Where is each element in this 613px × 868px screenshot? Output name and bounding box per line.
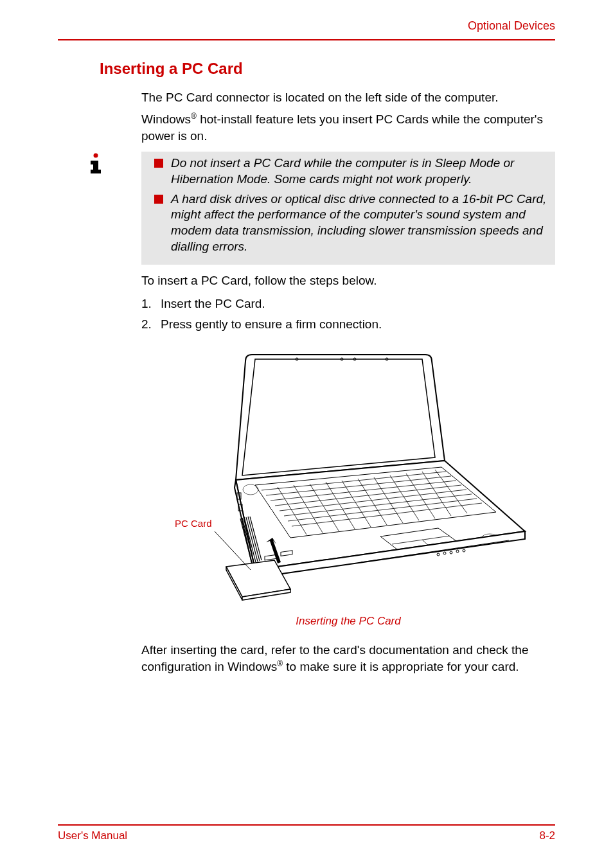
- svg-point-40: [443, 552, 446, 554]
- divider-top: [58, 39, 555, 40]
- closing-post: to make sure it is appropriate for your …: [283, 660, 519, 673]
- step-text: Press gently to ensure a firm connection…: [161, 317, 382, 331]
- footer-page-number: 8-2: [539, 829, 555, 842]
- figure-caption: Inserting the PC Card: [141, 614, 555, 629]
- svg-point-39: [437, 553, 440, 556]
- figure-callout-label: PC Card: [175, 517, 212, 530]
- svg-point-42: [456, 550, 459, 553]
- section-title: Inserting a PC Card: [100, 60, 555, 78]
- laptop-illustration: [168, 345, 528, 602]
- bullet-icon: [154, 195, 163, 204]
- note-text-1: Do not insert a PC Card while the comput…: [171, 156, 514, 186]
- steps-lead: To insert a PC Card, follow the steps be…: [141, 272, 555, 289]
- svg-point-0: [94, 154, 98, 158]
- intro2-pre: Windows: [141, 112, 191, 126]
- info-icon: [87, 152, 110, 175]
- page-footer: User's Manual 8-2: [58, 824, 555, 842]
- footer-doc-title: User's Manual: [58, 829, 127, 842]
- step-1: 1. Insert the PC Card.: [141, 296, 555, 312]
- page-header-breadcrumb: Optional Devices: [58, 19, 555, 39]
- step-text: Insert the PC Card.: [161, 297, 265, 310]
- divider-bottom: [58, 824, 555, 826]
- svg-point-43: [463, 549, 465, 552]
- note-callout: Do not insert a PC Card while the comput…: [116, 152, 555, 265]
- figure-laptop: PC Card: [141, 345, 555, 607]
- intro-paragraph-2: Windows® hot-install feature lets you in…: [141, 111, 555, 145]
- registered-mark: ®: [191, 112, 197, 121]
- step-2: 2. Press gently to ensure a firm connect…: [141, 316, 555, 333]
- note-item-2: A hard disk drives or optical disc drive…: [154, 191, 547, 255]
- intro-paragraph-1: The PC Card connector is located on the …: [141, 89, 555, 106]
- registered-mark: ®: [277, 659, 283, 668]
- step-number: 2.: [141, 316, 152, 333]
- svg-point-41: [450, 551, 452, 554]
- bullet-icon: [154, 159, 163, 168]
- intro2-post: hot-install feature lets you insert PC C…: [141, 112, 543, 143]
- note-item-1: Do not insert a PC Card while the comput…: [154, 155, 547, 187]
- note-text-2: A hard disk drives or optical disc drive…: [171, 192, 546, 253]
- step-number: 1.: [141, 296, 152, 312]
- closing-paragraph: After inserting the card, refer to the c…: [141, 642, 555, 675]
